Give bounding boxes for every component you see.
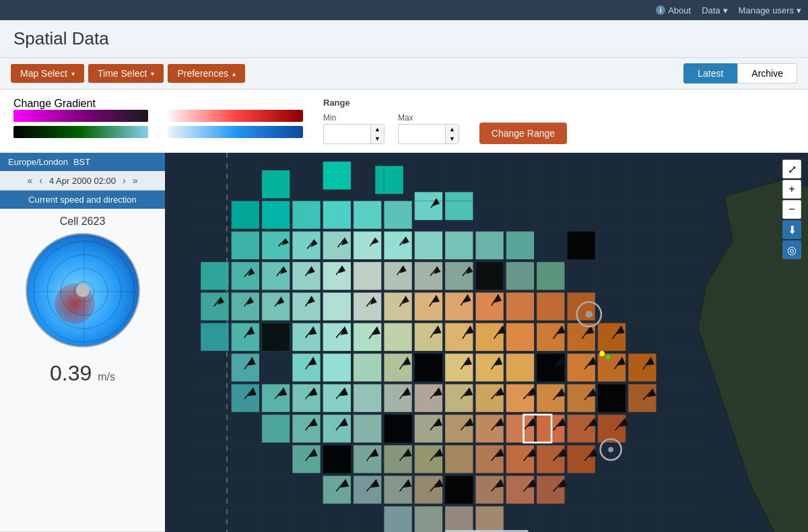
location-button[interactable]: ◎ [782, 240, 801, 259]
min-input[interactable]: 0 [323, 124, 370, 144]
change-range-button[interactable]: Change Range [479, 123, 567, 144]
range-label: Range [323, 98, 459, 108]
svg-rect-120 [475, 445, 503, 473]
gradient-bar-1[interactable] [13, 110, 148, 122]
svg-rect-48 [323, 292, 351, 320]
svg-rect-51 [415, 292, 442, 320]
svg-rect-83 [354, 354, 381, 381]
next-next-arrow[interactable]: » [133, 175, 138, 186]
polar-rings-svg [27, 234, 140, 347]
prev-arrow[interactable]: ‹ [39, 175, 42, 186]
svg-rect-18 [354, 201, 381, 228]
max-decrement-btn[interactable]: ▼ [446, 134, 459, 143]
min-increment-btn[interactable]: ▲ [371, 125, 384, 134]
preferences-caret-icon: ▴ [232, 70, 236, 77]
nav-date: 4 Apr 2000 02:00 [49, 176, 116, 186]
svg-rect-110 [475, 415, 503, 442]
svg-rect-133 [445, 506, 473, 532]
svg-rect-68 [537, 323, 564, 351]
map-select-button[interactable]: Map Select ▾ [11, 64, 84, 83]
gradient-section-2 [168, 98, 303, 138]
svg-rect-44 [201, 292, 228, 320]
gradient-bar-3[interactable] [168, 110, 303, 122]
cell-panel: Cell 2623 0.39 m/s [0, 209, 165, 531]
svg-rect-100 [506, 384, 534, 411]
next-arrow[interactable]: › [123, 175, 126, 186]
fullscreen-button[interactable]: ⤢ [782, 160, 801, 178]
zoom-in-button[interactable]: + [782, 180, 801, 199]
speed-value: 0.39 [50, 361, 92, 385]
max-input[interactable]: 1 [398, 124, 445, 144]
gradient-section: Change Gradient [13, 98, 148, 138]
svg-rect-29 [445, 232, 473, 259]
about-link[interactable]: i About [656, 5, 691, 15]
min-spinbox: 0 ▲ ▼ [323, 124, 384, 144]
map-controls: ⤢ + − ⬇ ◎ [782, 160, 801, 259]
zoom-out-button[interactable]: − [782, 200, 801, 219]
max-increment-btn[interactable]: ▲ [446, 125, 459, 134]
gradient-bar-4[interactable] [168, 126, 303, 138]
min-decrement-btn[interactable]: ▼ [371, 134, 384, 143]
svg-point-322 [599, 351, 605, 356]
preferences-button[interactable]: Preferences ▴ [168, 64, 244, 83]
svg-rect-104 [262, 415, 290, 442]
svg-rect-130 [537, 475, 564, 503]
svg-rect-36 [323, 262, 351, 290]
map-area[interactable]: ⤢ + − ⬇ ◎ Coordinates © OpenStreetMap co… [165, 153, 808, 532]
manage-users-link[interactable]: Manage users ▾ [739, 5, 801, 15]
view-toggle: Latest Archive [683, 63, 797, 84]
svg-rect-67 [506, 323, 534, 351]
time-select-button[interactable]: Time Select ▾ [88, 64, 164, 83]
timezone-label: Europe/London [8, 157, 68, 167]
svg-rect-57 [201, 323, 228, 351]
svg-rect-129 [506, 475, 534, 503]
svg-rect-54 [506, 292, 534, 320]
svg-rect-95 [354, 384, 381, 411]
svg-rect-102 [567, 384, 595, 411]
speed-unit: m/s [98, 371, 115, 383]
svg-rect-71 [262, 323, 290, 351]
archive-tab[interactable]: Archive [737, 63, 797, 84]
polar-chart [26, 233, 140, 347]
svg-rect-82 [323, 354, 351, 381]
sidebar: Europe/London BST « ‹ 4 Apr 2000 02:00 ›… [0, 153, 165, 532]
latest-tab[interactable]: Latest [683, 63, 737, 84]
sidebar-section-label: Current speed and direction [0, 191, 165, 209]
sidebar-nav: « ‹ 4 Apr 2000 02:00 › » [0, 171, 165, 191]
svg-rect-99 [475, 384, 503, 411]
svg-rect-76 [445, 475, 473, 503]
gradient-panel: Change Gradient Range Min 0 ▲ ▼ [0, 90, 808, 153]
sidebar-timezone: Europe/London BST [0, 153, 165, 171]
svg-rect-40 [445, 262, 473, 290]
svg-rect-46 [262, 292, 290, 320]
svg-rect-111 [506, 415, 534, 442]
svg-rect-12 [323, 162, 351, 189]
svg-rect-23 [262, 232, 290, 259]
prev-prev-arrow[interactable]: « [28, 175, 33, 186]
info-icon: i [656, 5, 665, 15]
map-visualization [165, 153, 808, 532]
svg-rect-103 [628, 384, 656, 411]
page-header: Spatial Data [0, 20, 808, 58]
svg-rect-20 [415, 192, 442, 220]
svg-rect-49 [354, 292, 381, 320]
time-select-caret-icon: ▾ [151, 70, 154, 77]
min-label: Min [323, 113, 384, 123]
svg-rect-97 [415, 384, 442, 411]
svg-rect-63 [384, 323, 411, 351]
manage-users-caret-icon: ▾ [797, 5, 801, 15]
svg-rect-79 [567, 232, 595, 259]
svg-rect-66 [475, 323, 503, 351]
svg-rect-21 [445, 192, 473, 220]
page-title: Spatial Data [13, 28, 795, 49]
svg-rect-17 [323, 201, 351, 228]
svg-rect-16 [292, 201, 320, 228]
map-select-caret-icon: ▾ [71, 70, 75, 77]
svg-rect-42 [506, 262, 534, 290]
svg-rect-108 [415, 415, 442, 442]
min-spinbox-btns: ▲ ▼ [370, 124, 384, 144]
download-button[interactable]: ⬇ [782, 220, 801, 239]
max-label: Max [398, 113, 459, 123]
gradient-bar-2[interactable] [13, 126, 148, 138]
data-link[interactable]: Data ▾ [702, 5, 727, 15]
